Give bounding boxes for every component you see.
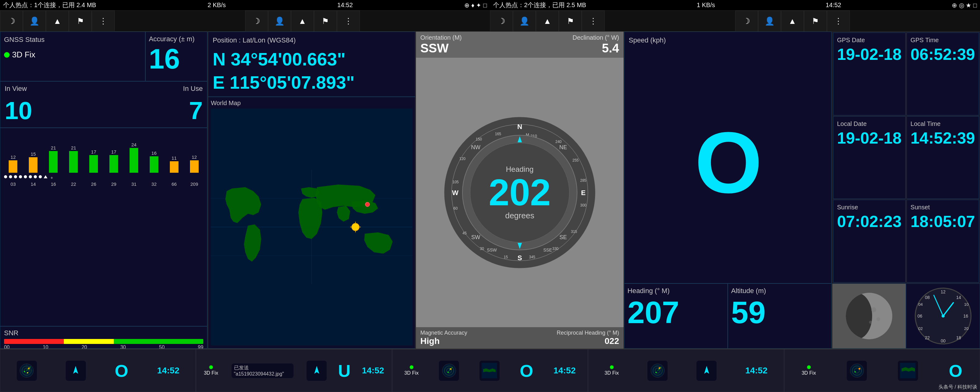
signal-left: 2 KB/s	[208, 2, 226, 9]
status-bar-left: 个人热点：1个连接，已用 2.4 MB 2 KB/s 14:52 ⊕ ♦ ✦ □	[0, 0, 490, 11]
main-content: GNSS Status 3D Fix Accuracy (± m) 16 In …	[0, 32, 980, 349]
gps-date-label: GPS Date	[837, 37, 902, 44]
sat-bar-group-22: 21	[64, 145, 83, 173]
toolbar4-more-btn[interactable]: ⋮	[827, 11, 850, 32]
svg-text:45: 45	[462, 231, 467, 235]
sat-bar-32	[150, 156, 158, 173]
sat-id-16: 16	[44, 182, 63, 187]
taskbar-time-1: 14:52	[157, 366, 180, 376]
compass-heading-overlay: Heading 202 degrees	[489, 165, 551, 220]
sat-bar-group-26: 17	[84, 149, 103, 173]
accuracy-group: Magnetic Accuracy High	[420, 330, 467, 346]
taskbar: O 14:52 3D Fix 已发送 "a1519023094432.jpg" …	[0, 349, 980, 392]
snr-label: SNR	[4, 329, 203, 337]
world-icon-3	[482, 363, 497, 378]
taskbar-item-5[interactable]: 3D Fix O 头条号 / 科技时谈	[784, 349, 980, 392]
fix-status-text: 3D Fix	[12, 50, 35, 59]
svg-text:NE: NE	[559, 144, 567, 150]
fix-dot-green	[4, 52, 10, 58]
heading-panel-value: 207	[628, 297, 725, 328]
toolbar4-moon-btn[interactable]: ☽	[735, 11, 758, 32]
gps-time-label: GPS Time	[911, 37, 975, 44]
svg-text:NW: NW	[471, 144, 480, 150]
toolbar2-nav-btn[interactable]: ▲	[291, 11, 314, 32]
toolbar2-moon-btn[interactable]: ☽	[245, 11, 268, 32]
compass-header: Orientation (M) SSW Declination (° W) 5.…	[416, 32, 623, 58]
svg-text:14: 14	[956, 295, 961, 300]
toolbar1-flag-btn[interactable]: ⚑	[69, 11, 92, 32]
svg-text:SE: SE	[559, 234, 567, 241]
toolbar2-person-btn[interactable]: 👤	[268, 11, 291, 32]
altitude-value: 59	[731, 297, 828, 328]
nav-arrow-icon-1	[69, 364, 82, 377]
toolbar3-flag-btn[interactable]: ⚑	[559, 11, 582, 32]
heading-value: 202	[489, 174, 551, 210]
toolbar3-more-btn[interactable]: ⋮	[582, 11, 605, 32]
svg-text:08: 08	[925, 295, 930, 300]
taskbar-item-3[interactable]: 3D Fix O 14:52	[392, 349, 588, 392]
speed-panel: Speed (kph) O	[624, 32, 832, 284]
sat-bar-31	[130, 148, 138, 173]
reciprocal-label: Reciprocal Heading (° M)	[557, 330, 619, 336]
svg-text:04: 04	[918, 302, 922, 307]
worldmap-svg	[211, 108, 412, 346]
fix-dot-taskbar-5	[807, 365, 811, 369]
local-time-value: 14:52:39	[911, 129, 975, 147]
toolbar3-moon-btn[interactable]: ☽	[490, 11, 513, 32]
sat-bar-group-31: 24	[125, 142, 143, 173]
taskbar-fix-4: 3D Fix	[605, 365, 619, 376]
gps-date-value: 19-02-18	[837, 45, 902, 64]
compass-section: Orientation (M) SSW Declination (° W) 5.…	[416, 32, 624, 349]
sat-id-29: 29	[105, 182, 123, 187]
toolbar4-person-btn[interactable]: 👤	[758, 11, 781, 32]
toolbar4-flag-btn[interactable]: ⚑	[804, 11, 827, 32]
fix-dot-taskbar-4	[610, 365, 614, 369]
toolbar1-person-btn[interactable]: 👤	[23, 11, 46, 32]
toolbar2-more-btn[interactable]: ⋮	[337, 11, 360, 32]
svg-text:30: 30	[480, 247, 484, 251]
gnss-status-label: GNSS Status	[4, 36, 141, 44]
moon-svg	[844, 291, 894, 341]
sat-strength-label-66: 11	[172, 155, 177, 161]
time-grid: GPS Date 19-02-18 GPS Time 06:52:39 Loca…	[832, 32, 980, 284]
toolbar3-person-btn[interactable]: 👤	[513, 11, 536, 32]
hotspot-right: 个人热点：2个连接，已用 2.5 MB	[493, 1, 586, 9]
taskbar-item-1[interactable]: O 14:52	[0, 349, 196, 392]
worldmap-panel: World Map	[208, 97, 415, 349]
sunset-cell: Sunset 18:05:07	[907, 200, 979, 282]
toolbar3-nav-btn[interactable]: ▲	[536, 11, 559, 32]
toolbar1-moon-btn[interactable]: ☽	[0, 11, 23, 32]
time-right: 14:52	[826, 2, 841, 9]
nav-arrow-icon-4	[700, 364, 713, 377]
toolbar1-more-btn[interactable]: ⋮	[92, 11, 115, 32]
taskbar-zero-5: O	[949, 361, 963, 381]
taskbar-time-2: 14:52	[362, 366, 384, 376]
sat-bar-group-209: 12	[185, 155, 203, 173]
taskbar-fixtext-4: 3D Fix	[605, 370, 619, 376]
taskbar-message-2: 已发送 "a1519023094432.jpg"	[232, 363, 293, 378]
sat-bar-66	[170, 161, 178, 173]
taskbar-thumb-radar-4	[648, 361, 668, 381]
taskbar-time-4: 14:52	[745, 366, 768, 376]
toolbar-2: ☽ 👤 ▲ ⚑ ⋮	[245, 11, 490, 32]
toolbar2-flag-btn[interactable]: ⚑	[314, 11, 337, 32]
sat-bar-209	[190, 160, 199, 173]
taskbar-fix-2: 3D Fix	[204, 365, 218, 376]
taskbar-time-3: 14:52	[554, 366, 576, 376]
sat-id-66: 66	[165, 182, 183, 187]
position-lon: E 115°05'07.893"	[213, 71, 410, 94]
svg-marker-77	[314, 366, 319, 374]
orientation-label: Orientation (M)	[420, 34, 461, 41]
gps-section: GPS Date 19-02-18 GPS Time 06:52:39 Loca…	[832, 32, 980, 349]
toolbar1-nav-btn[interactable]: ▲	[46, 11, 69, 32]
sat-bar-group-66: 11	[165, 155, 183, 173]
gnss-status-panel: GNSS Status 3D Fix	[0, 32, 145, 81]
toolbar4-nav-btn[interactable]: ▲	[781, 11, 804, 32]
taskbar-item-2[interactable]: 3D Fix 已发送 "a1519023094432.jpg" U 14:52	[196, 349, 392, 392]
taskbar-item-4[interactable]: 3D Fix 14:52	[588, 349, 784, 392]
svg-text:150: 150	[476, 137, 482, 142]
sat-strength-label-26: 17	[91, 149, 96, 155]
snr-bar	[4, 339, 203, 344]
svg-text:165: 165	[495, 132, 501, 136]
heading-panel-label: Heading (° M)	[628, 287, 725, 295]
